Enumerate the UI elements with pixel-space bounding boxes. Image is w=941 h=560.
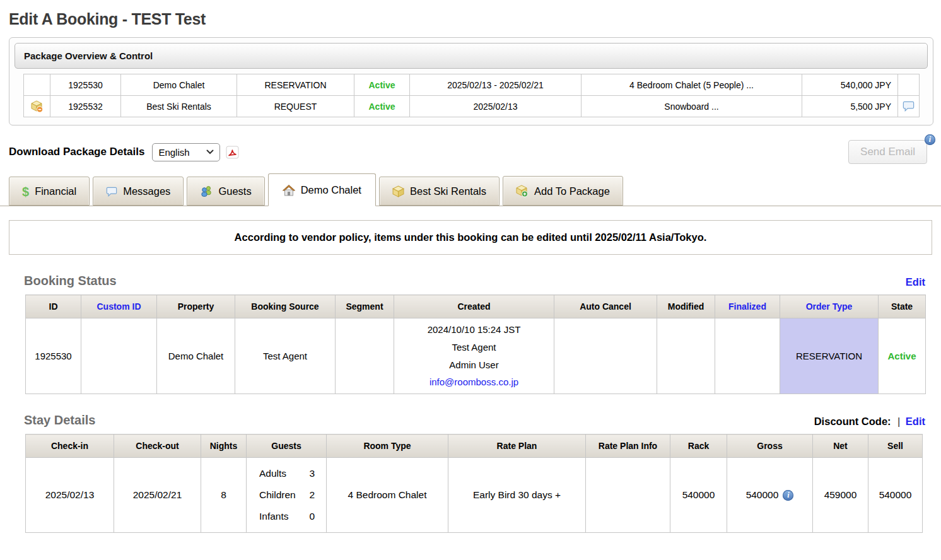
tab-label: Messages [123,185,170,197]
col-rate-plan: Rate Plan [448,435,586,458]
booking-status-header: Booking Status Edit [24,274,925,288]
col-segment: Segment [336,295,394,318]
tab-financial[interactable]: Financial [9,177,90,206]
col-rack: Rack [670,435,727,458]
booking-status-row: 1925530 Demo Chalet Test Agent 2024/10/1… [26,318,926,394]
cell-net: 459000 [813,458,868,533]
cell-rack: 540000 [670,458,727,533]
cell-id: 1925530 [26,318,81,394]
cell-rate-plan-info [586,458,670,533]
col-order-type[interactable]: Order Type [780,295,879,318]
col-check-out: Check-out [114,435,201,458]
package-overview-title: Package Overview & Control [24,50,153,61]
col-auto-cancel: Auto Cancel [554,295,657,318]
package-icon [392,185,404,197]
guest-count: 2 [309,484,315,506]
cell-sell: 540000 [868,458,923,533]
separator: | [897,416,900,427]
booking-status-header-row: ID Custom ID Property Booking Source Seg… [26,295,926,318]
add-package-icon [516,185,529,197]
cell-booking-source: Test Agent [235,318,336,394]
created-timestamp: 2024/10/10 15:24 JST [395,321,553,339]
tab-best-ski-rentals[interactable]: Best Ski Rentals [379,177,500,206]
tab-demo-chalet[interactable]: Demo Chalet [268,173,376,206]
cell-custom-id [81,318,157,394]
gross-info-icon[interactable] [783,490,793,501]
tab-label: Add To Package [534,185,610,197]
col-room-type: Room Type [327,435,448,458]
tab-label: Financial [35,185,76,197]
edit-booking-page: Edit A Booking - TEST Test Package Overv… [0,10,941,533]
cell-created: 2024/10/10 15:24 JST Test Agent Admin Us… [394,318,554,394]
col-property: Property [157,295,235,318]
send-email-info-icon[interactable] [925,134,935,145]
cell-segment [336,318,394,394]
col-gross: Gross [727,435,813,458]
row-action-cell [898,74,920,96]
col-nights: Nights [201,435,247,458]
cell-check-in: 2025/02/13 [26,458,114,533]
stay-details-row: 2025/02/13 2025/02/21 8 Adults 3 Childre… [26,458,923,533]
page-title: Edit A Booking - TEST Test [9,10,941,28]
package-row-rental: 1925532 Best Ski Rentals REQUEST Active … [24,96,920,117]
guest-type-label: Adults [259,463,286,484]
cell-guests: Adults 3 Children 2 Infants 0 [247,458,327,533]
vendor-policy-notice: According to vendor policy, items under … [9,220,932,255]
guest-count-row: Infants 0 [259,506,315,527]
stay-details-edit-link[interactable]: Edit [906,416,925,427]
language-select[interactable]: English [152,143,220,161]
cell-gross: 540000 [727,458,813,533]
booking-id: 1925530 [50,74,121,96]
col-guests: Guests [247,435,327,458]
row-action-cell [898,96,920,117]
dollar-icon [22,187,29,196]
send-email-button[interactable]: Send Email [848,140,927,164]
col-id: ID [26,295,81,318]
created-email-link[interactable]: info@roomboss.co.jp [430,376,518,387]
booking-tabs: Financial Messages Guests Demo Chalet [0,173,941,206]
vendor-name: Best Ski Rentals [121,96,237,117]
booking-price: 540,000 JPY [802,74,898,96]
row-icon-cell [24,74,50,96]
booking-dates: 2025/02/13 - 2025/02/21 [410,74,582,96]
tab-messages[interactable]: Messages [93,177,184,206]
col-custom-id[interactable]: Custom ID [81,295,157,318]
cell-rate-plan: Early Bird 30 days + [448,458,586,533]
remove-from-package-icon[interactable] [31,100,44,113]
pdf-icon[interactable] [226,146,239,159]
col-net: Net [813,435,868,458]
guest-count-row: Adults 3 [259,463,315,484]
download-row: Download Package Details English Send Em… [9,139,927,165]
status-badge: Active [354,96,410,117]
guests-icon [200,186,213,197]
col-check-in: Check-in [26,435,114,458]
col-booking-source: Booking Source [235,295,336,318]
cell-auto-cancel [554,318,657,394]
guest-count: 3 [309,463,315,484]
gross-value: 540000 [746,489,779,501]
cell-finalized [715,318,780,394]
booking-dates: 2025/02/13 [410,96,582,117]
cell-check-out: 2025/02/21 [114,458,201,533]
col-modified: Modified [657,295,715,318]
comment-icon[interactable] [903,101,915,112]
cell-property: Demo Chalet [157,318,235,394]
cell-state: Active [879,318,926,394]
booking-summary: 4 Bedroom Chalet (5 People) ... [582,74,802,96]
tab-guests[interactable]: Guests [187,177,264,206]
guest-type-label: Infants [259,506,289,527]
booking-summary: Snowboard ... [582,96,802,117]
language-selected-value: English [158,147,189,158]
booking-status-edit-link[interactable]: Edit [906,276,925,288]
tab-label: Best Ski Rentals [410,185,486,197]
guest-count: 0 [309,506,315,527]
tab-label: Guests [218,185,251,197]
col-finalized[interactable]: Finalized [715,295,780,318]
col-state: State [879,295,926,318]
order-type: REQUEST [237,96,354,117]
row-icon-cell [24,96,50,117]
guest-type-label: Children [259,484,296,506]
package-overview-header: Package Overview & Control [15,43,928,69]
chevron-down-icon [206,149,214,155]
tab-add-to-package[interactable]: Add To Package [503,176,623,206]
